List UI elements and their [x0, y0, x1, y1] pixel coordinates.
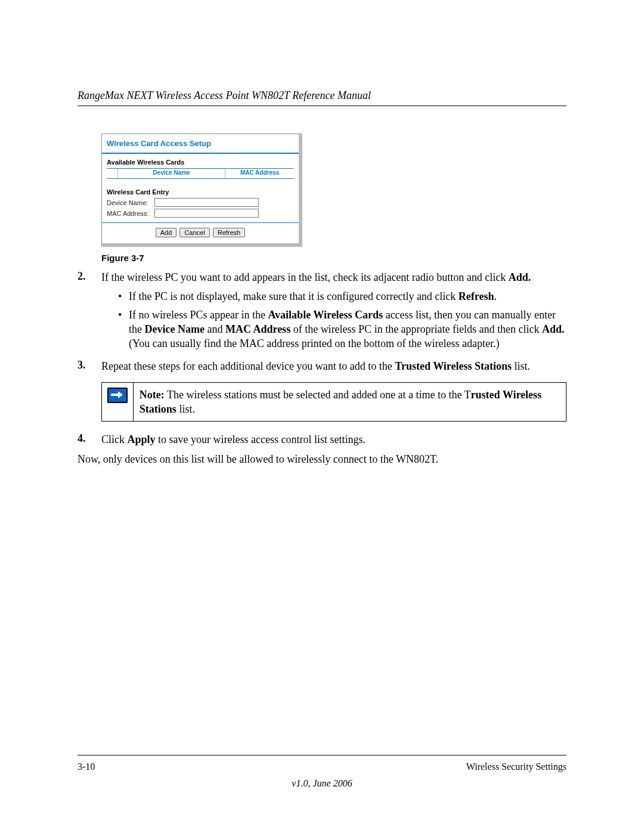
step-2: 2. If the wireless PC you want to add ap… [78, 270, 566, 354]
figure-caption: Figure 3-7 [101, 253, 566, 263]
col-device-name: Device Name [118, 169, 225, 178]
note-box: Note: The wireless stations must be sele… [101, 382, 566, 422]
panel-divider [102, 153, 299, 154]
step-number: 2. [78, 270, 101, 354]
add-button[interactable]: Add [156, 228, 177, 237]
device-name-input[interactable] [154, 198, 259, 207]
section-name: Wireless Security Settings [466, 761, 566, 772]
step2-text: If the wireless PC you want to add appea… [101, 271, 509, 283]
step-number: 4. [78, 432, 101, 447]
mac-address-input[interactable] [154, 209, 259, 218]
panel-title: Wireless Card Access Setup [107, 139, 294, 148]
card-entry-heading: Wireless Card Entry [107, 188, 294, 196]
panel-divider-2 [102, 222, 299, 223]
refresh-button[interactable]: Refresh [213, 228, 246, 237]
available-cards-heading: Available Wireless Cards [107, 159, 294, 166]
closing-paragraph: Now, only devices on this list will be a… [78, 452, 566, 466]
page-number: 3-10 [78, 761, 95, 772]
step2-add-bold: Add. [509, 271, 531, 283]
step2-bullet-2: • If no wireless PCs appear in the Avail… [118, 308, 566, 351]
screenshot-panel: Wireless Card Access Setup Available Wir… [101, 134, 302, 247]
footer-rule [78, 755, 566, 755]
step-number: 3. [78, 359, 101, 373]
note-label: Note: [140, 389, 165, 401]
col-mac-address: MAC Address [225, 169, 294, 178]
mac-address-label: MAC Address: [107, 210, 154, 217]
device-name-label: Device Name: [107, 199, 154, 206]
bullet-dot-icon: • [118, 289, 129, 304]
bullet-dot-icon: • [118, 308, 129, 351]
arrow-right-icon [107, 388, 128, 403]
step-3: 3. Repeat these steps for each additiona… [78, 359, 566, 373]
header-rule [78, 106, 566, 106]
step-4: 4. Click Apply to save your wireless acc… [78, 432, 566, 447]
cards-table-header: Device Name MAC Address [107, 168, 294, 179]
doc-header-title: RangeMax NEXT Wireless Access Point WN80… [78, 89, 566, 102]
step2-bullet-1: • If the PC is not displayed, make sure … [118, 289, 566, 304]
cancel-button[interactable]: Cancel [179, 228, 209, 237]
doc-version: v1.0, June 2006 [0, 778, 644, 789]
